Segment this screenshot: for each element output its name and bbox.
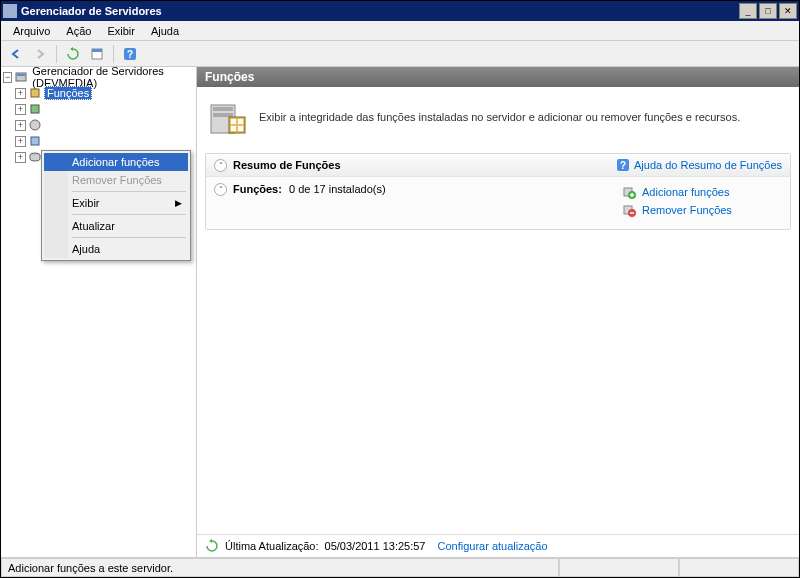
- svg-rect-7: [31, 105, 39, 113]
- refresh-icon: [205, 539, 219, 553]
- cm-atualizar[interactable]: Atualizar: [44, 217, 188, 235]
- svg-rect-6: [31, 89, 39, 97]
- svg-rect-5: [17, 74, 25, 76]
- tree-item[interactable]: +: [1, 101, 196, 117]
- remove-roles-label: Remover Funções: [642, 204, 732, 216]
- statusbar: Adicionar funções a este servidor.: [1, 557, 799, 577]
- summary-help-link[interactable]: ? Ajuda do Resumo de Funções: [616, 158, 782, 172]
- cm-atualizar-label: Atualizar: [72, 220, 115, 232]
- expand-icon[interactable]: +: [15, 104, 26, 115]
- context-menu: Adicionar funções Remover Funções Exibir…: [41, 150, 191, 261]
- expand-icon[interactable]: +: [15, 152, 26, 163]
- roles-summary-section: ˄ Resumo de Funções ? Ajuda do Resumo de…: [205, 153, 791, 230]
- menu-acao[interactable]: Ação: [58, 23, 99, 39]
- properties-button[interactable]: [86, 43, 108, 65]
- content-header: Funções: [197, 67, 799, 87]
- roles-count-label: Funções:: [233, 183, 282, 195]
- refresh-button[interactable]: [62, 43, 84, 65]
- forward-button[interactable]: [29, 43, 51, 65]
- svg-rect-15: [231, 119, 236, 124]
- remove-icon: [622, 203, 636, 217]
- svg-rect-13: [213, 113, 233, 117]
- help-button[interactable]: ?: [119, 43, 141, 65]
- cm-ajuda[interactable]: Ajuda: [44, 240, 188, 258]
- intro-text: Exibir a integridade das funções instala…: [259, 111, 740, 123]
- expand-icon[interactable]: +: [15, 136, 26, 147]
- svg-text:?: ?: [127, 49, 133, 60]
- last-update-value: 05/03/2011 13:25:57: [325, 540, 426, 552]
- svg-rect-12: [213, 107, 233, 111]
- menu-ajuda[interactable]: Ajuda: [143, 23, 187, 39]
- close-button[interactable]: ✕: [779, 3, 797, 19]
- cm-add-label: Adicionar funções: [72, 156, 159, 168]
- minimize-button[interactable]: _: [739, 3, 757, 19]
- svg-text:?: ?: [620, 160, 626, 171]
- app-icon: [3, 4, 17, 18]
- expand-icon[interactable]: +: [15, 88, 26, 99]
- status-spacer: [679, 558, 799, 577]
- svg-rect-1: [92, 49, 102, 52]
- back-button[interactable]: [5, 43, 27, 65]
- cm-exibir-label: Exibir: [72, 197, 100, 209]
- status-text: Adicionar funções a este servidor.: [1, 558, 559, 577]
- content-footer: Última Atualização: 05/03/2011 13:25:57 …: [197, 534, 799, 557]
- diagnostics-icon: [28, 118, 42, 132]
- cm-remove-roles: Remover Funções: [44, 171, 188, 189]
- svg-rect-18: [238, 126, 243, 131]
- svg-rect-16: [238, 119, 243, 124]
- server-roles-icon: [205, 95, 249, 139]
- storage-icon: [28, 150, 42, 164]
- maximize-button[interactable]: □: [759, 3, 777, 19]
- add-roles-link[interactable]: Adicionar funções: [622, 183, 782, 201]
- menubar: Arquivo Ação Exibir Ajuda: [1, 21, 799, 41]
- add-roles-label: Adicionar funções: [642, 186, 729, 198]
- remove-roles-link[interactable]: Remover Funções: [622, 201, 782, 219]
- chevron-right-icon: ▶: [175, 198, 182, 208]
- help-icon: ?: [616, 158, 630, 172]
- tree-root[interactable]: − Gerenciador de Servidores (DEVMEDIA): [1, 69, 196, 85]
- collapse-button[interactable]: ˄: [214, 183, 227, 196]
- config-icon: [28, 134, 42, 148]
- feature-icon: [28, 102, 42, 116]
- window-title: Gerenciador de Servidores: [21, 5, 737, 17]
- expand-icon[interactable]: −: [3, 72, 12, 83]
- collapse-button[interactable]: ˄: [214, 159, 227, 172]
- cm-ajuda-label: Ajuda: [72, 243, 100, 255]
- toolbar: ?: [1, 41, 799, 67]
- svg-rect-17: [231, 126, 236, 131]
- menu-arquivo[interactable]: Arquivo: [5, 23, 58, 39]
- cm-exibir[interactable]: Exibir ▶: [44, 194, 188, 212]
- cm-remove-label: Remover Funções: [72, 174, 162, 186]
- status-spacer: [559, 558, 679, 577]
- server-icon: [14, 70, 28, 84]
- summary-title: Resumo de Funções: [233, 159, 341, 171]
- tree-panel: − Gerenciador de Servidores (DEVMEDIA) +…: [1, 67, 197, 557]
- tree-funcoes-label: Funções: [44, 86, 92, 100]
- tree-item[interactable]: +: [1, 133, 196, 149]
- roles-icon: [28, 86, 42, 100]
- svg-point-8: [30, 120, 40, 130]
- expand-icon[interactable]: +: [15, 120, 26, 131]
- last-update-label: Última Atualização:: [225, 540, 319, 552]
- content-panel: Funções Exibir a integridade das fun: [197, 67, 799, 557]
- menu-exibir[interactable]: Exibir: [99, 23, 143, 39]
- summary-help-label: Ajuda do Resumo de Funções: [634, 159, 782, 171]
- tree-item[interactable]: +: [1, 117, 196, 133]
- configure-refresh-link[interactable]: Configurar atualização: [437, 540, 547, 552]
- roles-count-value: 0 de 17 instalado(s): [289, 183, 386, 195]
- titlebar: Gerenciador de Servidores _ □ ✕: [1, 1, 799, 21]
- svg-rect-9: [31, 137, 39, 145]
- cm-add-roles[interactable]: Adicionar funções: [44, 153, 188, 171]
- add-icon: [622, 185, 636, 199]
